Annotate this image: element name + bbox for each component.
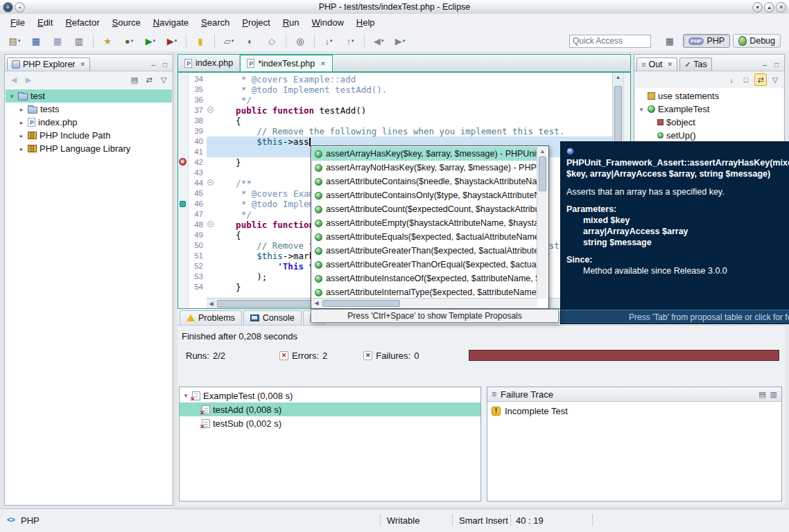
outline-row[interactable]: setUp() bbox=[635, 129, 783, 142]
editor-tab[interactable]: index.php bbox=[178, 55, 240, 71]
code-line[interactable]: 34 * @covers Example::add bbox=[189, 74, 612, 85]
editor-tab[interactable]: *indexTest.php✕ bbox=[240, 55, 333, 71]
highlighter-button[interactable]: ▮ bbox=[190, 32, 211, 50]
menu-edit[interactable]: Edit bbox=[31, 15, 59, 30]
completion-item[interactable]: assertAttributeCount($expectedCount, $ha… bbox=[312, 202, 537, 216]
completion-item[interactable]: assertAttributeEmpty($haystackAttributeN… bbox=[312, 216, 537, 230]
debug-button[interactable]: ●▾ bbox=[119, 32, 139, 50]
explorer-row[interactable]: ▸PHP Language Library bbox=[6, 142, 172, 155]
filter-stack-trace-button[interactable]: ▤ bbox=[758, 390, 765, 399]
test-row[interactable]: testSub (0,002 s) bbox=[180, 416, 480, 430]
php-explorer-tab[interactable]: PHP Explorer ✕ bbox=[7, 57, 90, 71]
window-menu-icon[interactable]: ≡ bbox=[3, 2, 13, 12]
filter-fields-button[interactable]: □ bbox=[740, 73, 752, 86]
code-line[interactable]: 39 // Remove the following lines when yo… bbox=[189, 126, 612, 136]
debug-perspective-button[interactable]: Debug bbox=[733, 34, 781, 48]
outline-tab[interactable]: ≡ Out ✕ bbox=[636, 57, 677, 71]
prev-annotation-button[interactable]: ↑▾ bbox=[340, 32, 361, 50]
tasks-tab[interactable]: ✓ Tas bbox=[679, 57, 712, 71]
test-row[interactable]: testAdd (0,008 s) bbox=[180, 402, 480, 416]
sort-button[interactable]: ↓ bbox=[725, 73, 738, 86]
window-maximize-button[interactable]: ▴ bbox=[764, 2, 774, 12]
code-line[interactable]: 36 */ bbox=[189, 95, 612, 105]
maximize-view-button[interactable]: □ bbox=[160, 61, 170, 69]
menu-window[interactable]: Window bbox=[306, 15, 350, 30]
tab-problems[interactable]: Problems bbox=[180, 310, 242, 325]
completion-item[interactable]: assertAttributeContains($needle, $haysta… bbox=[312, 175, 537, 188]
scrollbar-thumb[interactable] bbox=[217, 300, 322, 308]
completion-item[interactable]: assertAttributeInstanceOf($expected, $at… bbox=[312, 272, 537, 285]
php-perspective-button[interactable]: PHP PHP bbox=[683, 34, 730, 48]
open-type-button[interactable]: ◇ bbox=[261, 32, 282, 50]
link-with-editor-button[interactable]: ⇄ bbox=[754, 73, 767, 86]
scroll-up-icon[interactable]: ▲ bbox=[613, 73, 623, 82]
close-icon[interactable]: ✕ bbox=[668, 61, 673, 68]
compare-result-button[interactable]: ▥ bbox=[770, 390, 777, 399]
completion-hscrollbar[interactable]: ◀ bbox=[312, 298, 537, 308]
error-marker-icon[interactable]: ✕ bbox=[179, 158, 187, 166]
failure-trace-item[interactable]: ! Incomplete Test bbox=[487, 402, 781, 420]
scrollbar-thumb[interactable] bbox=[614, 86, 622, 143]
view-menu-button[interactable]: ▽ bbox=[157, 73, 170, 86]
window-pin-icon[interactable]: • bbox=[15, 2, 25, 12]
menu-project[interactable]: Project bbox=[236, 15, 276, 30]
menu-navigate[interactable]: Navigate bbox=[147, 15, 195, 30]
web-browser-button[interactable]: ◐ bbox=[240, 32, 261, 50]
completion-item[interactable]: assertAttributeEquals($expected, $actual… bbox=[312, 230, 537, 244]
minimize-view-button[interactable]: – bbox=[760, 61, 770, 69]
completion-item[interactable]: assertAttributeContainsOnly($type, $hays… bbox=[312, 188, 537, 202]
completion-scrollbar[interactable]: ▲ bbox=[537, 147, 548, 299]
completion-item[interactable]: assertArrayNotHasKey($key, $array, $mess… bbox=[312, 161, 537, 175]
tab-console[interactable]: Console bbox=[243, 310, 302, 325]
new-php-file-button[interactable]: ▱▾ bbox=[218, 32, 239, 50]
fold-collapse-icon[interactable]: − bbox=[207, 107, 214, 113]
next-annotation-button[interactable]: ↓▾ bbox=[318, 32, 339, 50]
external-tools-button[interactable]: ▶▾ bbox=[162, 32, 182, 50]
quick-access-input[interactable] bbox=[569, 35, 651, 48]
fold-collapse-icon[interactable]: − bbox=[207, 221, 214, 227]
task-marker-icon[interactable] bbox=[180, 201, 186, 207]
new-wizard-button[interactable]: ▤▾ bbox=[4, 32, 25, 50]
close-icon[interactable]: ✕ bbox=[80, 61, 86, 68]
menu-file[interactable]: File bbox=[4, 15, 31, 30]
wand-button[interactable]: ★ bbox=[97, 32, 118, 50]
titlebar[interactable]: ≡ • PHP - test/tests/indexTest.php - Ecl… bbox=[0, 0, 789, 15]
open-perspective-button[interactable]: ▦ bbox=[659, 32, 680, 50]
doc-popup-footer[interactable]: Press 'Tab' from proposal table or click… bbox=[561, 310, 789, 323]
menu-refactor[interactable]: Refactor bbox=[59, 15, 105, 30]
outline-row[interactable]: use statements bbox=[635, 89, 783, 103]
completion-item[interactable]: assertArrayHasKey($key, $array, $message… bbox=[312, 147, 537, 161]
link-with-editor-button[interactable]: ⇄ bbox=[143, 73, 155, 86]
forward-button[interactable]: ▶▾ bbox=[390, 32, 410, 50]
outline-row[interactable]: $object bbox=[635, 116, 783, 129]
forward-button[interactable]: ▶ bbox=[22, 73, 35, 86]
maximize-view-button[interactable]: □ bbox=[772, 61, 781, 69]
run-button[interactable]: ▶▾ bbox=[140, 32, 161, 50]
scroll-up-icon[interactable]: ▲ bbox=[537, 147, 548, 156]
save-all-button[interactable]: ▦ bbox=[47, 32, 68, 50]
window-shade-button[interactable]: ▾ bbox=[752, 2, 763, 12]
explorer-row[interactable]: ▾test bbox=[6, 89, 172, 103]
back-button[interactable]: ◀▾ bbox=[368, 32, 389, 50]
menu-search[interactable]: Search bbox=[195, 15, 236, 30]
code-line[interactable]: 38 { bbox=[189, 116, 612, 126]
menu-help[interactable]: Help bbox=[350, 15, 381, 30]
save-button[interactable]: ▦ bbox=[26, 32, 46, 50]
view-menu-button[interactable]: ▽ bbox=[769, 73, 781, 86]
scrollbar-thumb[interactable] bbox=[322, 300, 400, 307]
explorer-row[interactable]: ▸tests bbox=[6, 103, 172, 116]
search-button[interactable]: ◎ bbox=[290, 32, 311, 50]
minimize-view-button[interactable]: – bbox=[148, 61, 158, 69]
scroll-left-icon[interactable]: ◀ bbox=[207, 301, 216, 307]
code-line[interactable]: 37− public function testAdd() bbox=[189, 105, 612, 116]
annotation-ruler[interactable]: ✕ bbox=[178, 73, 189, 308]
completion-item[interactable]: assertAttributeGreaterThanOrEqual($expec… bbox=[312, 258, 537, 272]
collapse-all-button[interactable]: ▤ bbox=[128, 73, 141, 86]
scroll-left-icon[interactable]: ◀ bbox=[312, 300, 321, 306]
back-button[interactable]: ◀ bbox=[8, 73, 20, 86]
completion-item[interactable]: assertAttributeInternalType($expected, $… bbox=[312, 285, 537, 299]
test-row[interactable]: ▾ExampleTest (0,008 s) bbox=[180, 389, 480, 402]
scrollbar-thumb[interactable] bbox=[539, 157, 546, 191]
code-line[interactable]: 35 * @todo Implement testAdd(). bbox=[189, 85, 612, 95]
explorer-row[interactable]: ▸PHP Include Path bbox=[6, 129, 172, 142]
